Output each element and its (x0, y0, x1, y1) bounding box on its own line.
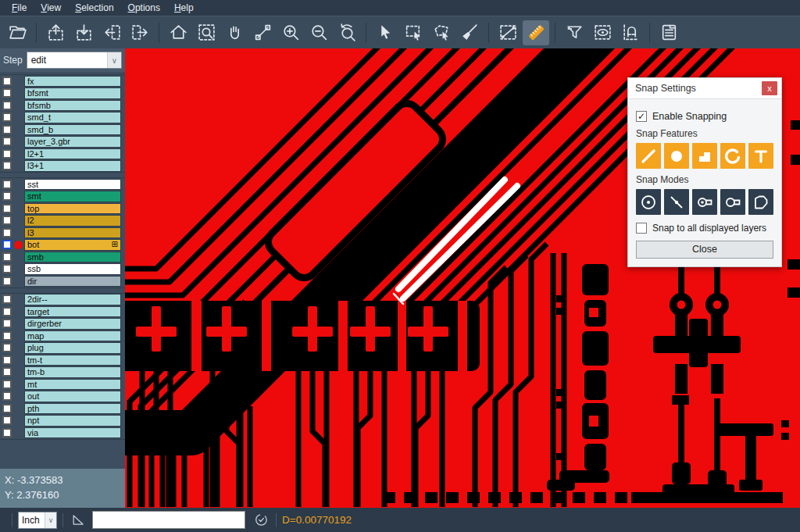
layer-name[interactable]: bot⊞ (24, 239, 121, 251)
layer-visibility-checkbox[interactable] (2, 307, 12, 316)
snap-surface-button[interactable] (692, 143, 717, 169)
layer-row-l3[interactable]: l3 (0, 227, 125, 239)
snap-pad-dot-button[interactable] (692, 189, 717, 215)
snap-midpoint-button[interactable] (664, 189, 689, 215)
snap-contour-button[interactable] (748, 189, 773, 215)
layer-row-smd_t[interactable]: smd_t (0, 112, 125, 124)
layer-row-layer_3.gbr[interactable]: layer_3.gbr (0, 136, 125, 148)
layer-row-smt[interactable]: smt (0, 191, 125, 203)
close-button[interactable]: Close (636, 241, 773, 259)
layer-name[interactable]: mt (24, 379, 121, 391)
enable-snapping-row[interactable]: ✓ Enable Snapping (636, 111, 773, 122)
layer-name[interactable]: 2dir-- (24, 294, 121, 305)
layer-visibility-checkbox[interactable] (2, 331, 12, 341)
layer-visibility-checkbox[interactable] (2, 137, 12, 146)
layer-row-out[interactable]: out (0, 391, 125, 403)
layer-row-pth[interactable]: pth (0, 402, 125, 415)
layer-name[interactable]: sst (24, 179, 121, 191)
in-left-button[interactable] (98, 20, 125, 45)
layer-row-bot[interactable]: bot⊞ (0, 239, 125, 252)
layer-row-target[interactable]: target (0, 305, 125, 318)
zoom-out-button[interactable] (305, 20, 332, 45)
chevron-down-icon[interactable]: ∨ (45, 512, 56, 528)
in-up-button[interactable] (42, 20, 69, 45)
layer-row-ssb[interactable]: ssb (0, 263, 125, 276)
layer-visibility-checkbox[interactable] (2, 416, 12, 425)
layer-name[interactable]: map (24, 330, 121, 342)
layer-row-bfsmt[interactable]: bfsmt (0, 87, 125, 100)
snap-all-layers-row[interactable]: Snap to all displayed layers (636, 223, 773, 234)
layer-row-fx[interactable]: fx (0, 75, 125, 87)
pan-button[interactable] (221, 20, 248, 45)
select-rect-button[interactable] (400, 20, 427, 45)
menu-options[interactable]: Options (121, 1, 167, 15)
snap-arc-button[interactable] (720, 143, 745, 169)
filter-button[interactable] (561, 20, 588, 45)
layer-visibility-checkbox[interactable] (2, 380, 12, 389)
layer-name[interactable]: bfsmt (24, 87, 121, 99)
layer-name[interactable]: top (24, 203, 121, 215)
layer-name[interactable]: smb (24, 252, 121, 263)
layer-name[interactable]: smd_t (24, 112, 121, 123)
layer-visibility-checkbox[interactable] (2, 228, 12, 237)
layer-name[interactable]: ssb (24, 263, 121, 275)
layer-row-top[interactable]: top (0, 202, 125, 215)
layer-name[interactable]: via (24, 427, 121, 439)
apply-check-icon[interactable] (252, 511, 270, 530)
enable-snapping-checkbox[interactable]: ✓ (636, 111, 647, 122)
layer-name[interactable]: tm-b (24, 366, 121, 378)
menu-help[interactable]: Help (167, 1, 201, 15)
layer-visibility-checkbox[interactable] (2, 216, 12, 225)
layer-name[interactable]: npt (24, 415, 121, 427)
layer-visibility-checkbox[interactable] (2, 367, 12, 377)
layer-row-dir[interactable]: dir (0, 275, 125, 287)
layer-row-bfsmb[interactable]: bfsmb (0, 99, 125, 112)
layer-name[interactable]: l2+1 (24, 148, 121, 160)
open-button[interactable] (4, 20, 30, 45)
zoom-previous-button[interactable] (334, 20, 360, 45)
layer-name[interactable]: l3 (24, 227, 121, 239)
layer-row-l2[interactable]: l2 (0, 215, 125, 227)
layer-row-npt[interactable]: npt (0, 415, 125, 427)
layer-name[interactable]: smt (24, 191, 121, 202)
layer-name[interactable]: plug (24, 342, 121, 354)
layer-visibility-checkbox[interactable] (2, 252, 12, 262)
ruler-button[interactable] (523, 20, 549, 45)
select-button[interactable] (372, 20, 398, 45)
layer-name[interactable]: pth (24, 403, 121, 415)
snap-center-button[interactable] (636, 189, 661, 215)
unit-select[interactable]: Inch ∨ (18, 512, 57, 529)
layer-row-tm-b[interactable]: tm-b (0, 366, 125, 379)
layer-visibility-checkbox[interactable] (2, 355, 12, 365)
layer-visibility-checkbox[interactable] (2, 404, 12, 413)
chevron-down-icon[interactable]: ∨ (107, 52, 121, 68)
layer-row-l2+1[interactable]: l2+1 (0, 148, 125, 160)
snap-all-layers-checkbox[interactable] (636, 223, 647, 234)
snap-slot-button[interactable] (720, 189, 745, 215)
layer-visibility-checkbox[interactable] (2, 191, 12, 201)
zoom-in-button[interactable] (277, 20, 304, 45)
layer-name[interactable]: out (24, 391, 121, 402)
layer-visibility-checkbox[interactable] (2, 125, 12, 134)
in-down-button[interactable] (70, 20, 97, 45)
layer-row-smb[interactable]: smb (0, 251, 125, 263)
layer-name[interactable]: bfsmb (24, 100, 121, 112)
menu-file[interactable]: File (5, 1, 34, 15)
layer-visibility-checkbox[interactable] (2, 277, 12, 286)
dialog-title-bar[interactable]: Snap Settings x (628, 78, 781, 99)
snap-button[interactable] (617, 20, 644, 45)
grid-icon[interactable]: ⊞ (112, 240, 118, 250)
layer-visibility-checkbox[interactable] (2, 88, 12, 98)
layer-row-sst[interactable]: sst (0, 178, 125, 191)
layer-name[interactable]: layer_3.gbr (24, 136, 121, 148)
layer-visibility-checkbox[interactable] (2, 149, 12, 159)
layer-name[interactable]: tm-t (24, 355, 121, 366)
edit-vertex-button[interactable] (249, 20, 276, 45)
layer-visibility-checkbox[interactable] (2, 161, 12, 170)
layer-row-map[interactable]: map (0, 330, 125, 342)
layer-row-mt[interactable]: mt (0, 378, 125, 391)
layer-name[interactable]: smd_b (24, 124, 121, 136)
snap-text-button[interactable] (748, 143, 773, 169)
view-options-button[interactable] (589, 20, 616, 45)
layer-visibility-checkbox[interactable] (2, 77, 12, 86)
